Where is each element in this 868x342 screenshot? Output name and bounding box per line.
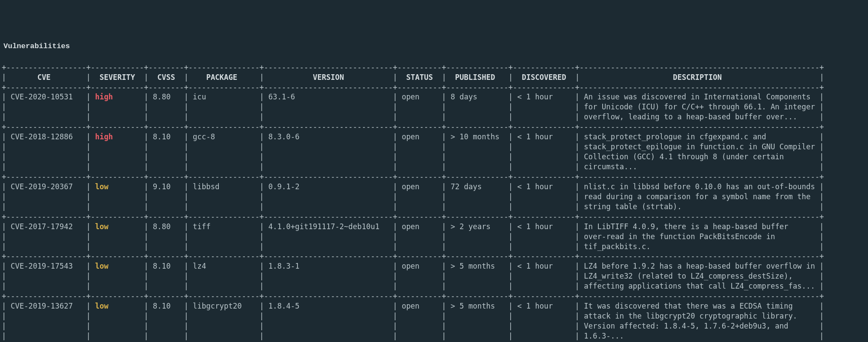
section-title: Vulnerabilities (2, 42, 866, 52)
vulnerabilities-table: +------------------+------------+-------… (2, 62, 866, 342)
